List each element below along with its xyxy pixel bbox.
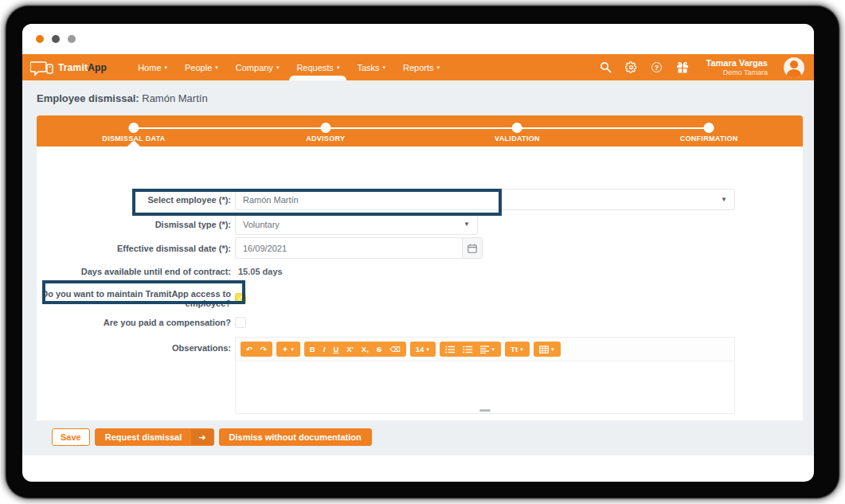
step-validation[interactable]: VALIDATION	[495, 123, 540, 143]
window-dot-close[interactable]	[36, 35, 44, 43]
user-name: Tamara Vargas	[706, 58, 768, 68]
browser-chrome	[22, 24, 814, 54]
magic-style-group: ✦▼	[276, 342, 300, 357]
font-size-group: 14▼	[410, 342, 436, 357]
request-dismissal-button[interactable]: Request dismissal ➜	[95, 428, 214, 446]
tramitapp-logo[interactable]: TramitApp	[30, 54, 107, 80]
user-subtitle: Demo Tamara	[706, 68, 768, 76]
italic-button[interactable]: I	[319, 342, 330, 357]
editor-toolbar: ↶ ↷ ✦▼ B I U X' X,	[236, 338, 734, 361]
step-advisory[interactable]: ADVISORY	[306, 123, 345, 143]
nav-item-requests[interactable]: Requests▾	[288, 54, 348, 80]
select-employee-dropdown[interactable]: Ramón Martín ▼	[235, 189, 735, 210]
maintain-access-label: Do you want to maintain TramitApp access…	[37, 289, 231, 308]
chevron-down-icon: ▼	[491, 347, 495, 352]
chevron-down-icon: ▼	[464, 221, 470, 228]
row-observations: Observations: ↶ ↷ ✦▼ B	[37, 337, 803, 414]
font-size-button[interactable]: 14▼	[412, 342, 435, 357]
chevron-down-icon: ▾	[383, 64, 386, 71]
underline-button[interactable]: U	[329, 342, 342, 357]
chevron-down-icon: ▾	[215, 64, 218, 71]
avatar[interactable]	[784, 57, 804, 78]
step-dot	[704, 123, 714, 133]
nav-item-home[interactable]: Home▾	[129, 54, 176, 80]
row-maintain-access: Do you want to maintain TramitApp access…	[37, 288, 803, 309]
nav-item-company[interactable]: Company▾	[227, 54, 288, 80]
chevron-down-icon: ▼	[550, 347, 555, 352]
superscript-button[interactable]: X'	[342, 342, 358, 357]
step-dot	[128, 123, 139, 133]
logo-icon	[30, 59, 54, 76]
dismissal-form: Select employee (*): Ramón Martín ▼ Dism…	[37, 147, 803, 420]
redo-icon[interactable]: ↷	[256, 342, 271, 357]
history-group: ↶ ↷	[241, 342, 272, 357]
chevron-down-icon: ▾	[276, 64, 280, 71]
paragraph-format-button[interactable]: Tt▼	[507, 342, 528, 357]
step-dot	[512, 123, 522, 133]
chevron-down-icon: ▼	[290, 347, 295, 352]
window-dot-maximize[interactable]	[68, 35, 76, 43]
search-icon[interactable]	[600, 61, 612, 74]
row-effective-date: Effective dismissal date (*): 16/09/2021	[37, 237, 803, 259]
chevron-down-icon: ▼	[519, 347, 524, 352]
compensation-checkbox[interactable]	[235, 317, 246, 328]
page-title: Employee dismissal: Ramón Martín	[33, 80, 803, 115]
page-title-label: Employee dismissal:	[37, 92, 139, 104]
observations-editor[interactable]: ↶ ↷ ✦▼ B I U X' X,	[235, 337, 735, 414]
unordered-list-icon[interactable]	[441, 342, 459, 357]
arrow-right-icon: ➜	[191, 429, 213, 445]
subscript-button[interactable]: X,	[358, 342, 373, 357]
clear-format-icon[interactable]: ⌫	[385, 342, 404, 357]
row-dismissal-type: Dismissal type (*): Voluntary ▼	[37, 213, 803, 235]
observations-textarea[interactable]	[236, 361, 734, 413]
nav-item-people[interactable]: People▾	[176, 54, 227, 80]
paragraph-format-group: Tt▼	[505, 342, 530, 357]
gear-icon[interactable]	[625, 61, 638, 74]
undo-icon[interactable]: ↶	[242, 342, 256, 357]
chevron-down-icon: ▾	[165, 64, 168, 71]
chevron-down-icon: ▾	[337, 64, 340, 71]
dismissal-type-dropdown[interactable]: Voluntary ▼	[235, 213, 478, 235]
gift-icon[interactable]	[676, 61, 689, 74]
table-group: ▼	[534, 342, 561, 357]
form-actions: Save Request dismissal ➜ Dismiss without…	[52, 428, 803, 446]
step-dot	[320, 123, 331, 133]
effective-date-label: Effective dismissal date (*):	[37, 244, 231, 253]
dismissal-type-label: Dismissal type (*):	[37, 220, 231, 229]
nav-item-tasks[interactable]: Tasks▾	[348, 54, 394, 80]
save-button[interactable]: Save	[52, 428, 90, 446]
active-step-notch	[127, 140, 140, 147]
resize-handle[interactable]	[479, 409, 491, 412]
window-dot-minimize[interactable]	[52, 35, 60, 43]
table-icon[interactable]: ▼	[535, 342, 559, 357]
row-select-employee: Select employee (*): Ramón Martín ▼	[37, 189, 803, 210]
effective-date-input[interactable]: 16/09/2021	[235, 237, 462, 259]
days-available-label: Days available until end of contract:	[37, 267, 231, 276]
nav-item-reports[interactable]: Reports▾	[394, 54, 448, 80]
row-days-available: Days available until end of contract: 15…	[37, 267, 803, 276]
user-menu[interactable]: Tamara Vargas Demo Tamara	[706, 58, 768, 76]
bold-button[interactable]: B	[306, 342, 319, 357]
help-icon[interactable]: ?	[651, 61, 663, 74]
dismiss-without-documentation-button[interactable]: Dismiss without documentation	[219, 428, 372, 446]
align-icon[interactable]: ▼	[476, 342, 499, 357]
stepper-line	[134, 127, 709, 129]
brand-text: TramitApp	[58, 62, 107, 73]
calendar-icon[interactable]	[462, 237, 483, 259]
page-body: Employee dismissal: Ramón Martín DISMISS…	[22, 80, 814, 455]
row-compensation: Are you paid a compensation?	[37, 315, 803, 330]
dismissal-card: DISMISSAL DATA ADVISORY VALIDATION CONFI…	[37, 115, 803, 420]
main-menu: Home▾ People▾ Company▾ Requests▾ Tasks▾ …	[129, 54, 448, 80]
select-employee-label: Select employee (*):	[37, 195, 231, 205]
days-available-value: 15.05 days	[238, 267, 283, 276]
observations-label: Observations:	[37, 337, 231, 353]
app-window: TramitApp Home▾ People▾ Company▾ Request…	[22, 24, 814, 482]
text-format-group: B I U X' X, S ⌫	[304, 342, 406, 357]
chevron-down-icon: ▼	[425, 347, 430, 352]
maintain-access-checkbox[interactable]: ✓	[235, 293, 246, 304]
top-navbar: TramitApp Home▾ People▾ Company▾ Request…	[22, 54, 814, 80]
ordered-list-icon[interactable]	[459, 342, 476, 357]
strikethrough-button[interactable]: S	[373, 342, 385, 357]
magic-wand-icon[interactable]: ✦▼	[278, 342, 299, 357]
step-confirmation[interactable]: CONFIRMATION	[680, 123, 738, 143]
